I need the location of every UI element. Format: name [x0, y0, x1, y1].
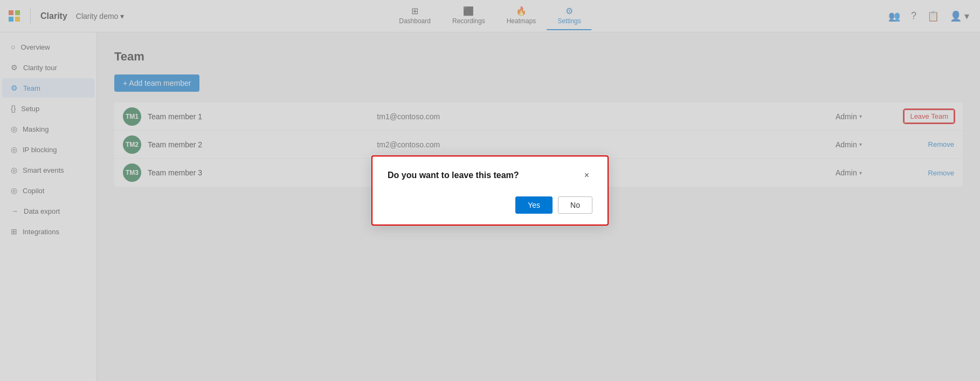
dialog-yes-button[interactable]: Yes: [515, 196, 553, 214]
modal-overlay: Do you want to leave this team? × Yes No: [0, 0, 980, 381]
dialog-header: Do you want to leave this team? ×: [388, 169, 592, 181]
dialog-title: Do you want to leave this team?: [388, 171, 519, 180]
leave-team-dialog: Do you want to leave this team? × Yes No: [371, 155, 609, 226]
dialog-close-button[interactable]: ×: [581, 169, 592, 181]
dialog-footer: Yes No: [388, 196, 592, 214]
dialog-no-button[interactable]: No: [558, 196, 592, 214]
